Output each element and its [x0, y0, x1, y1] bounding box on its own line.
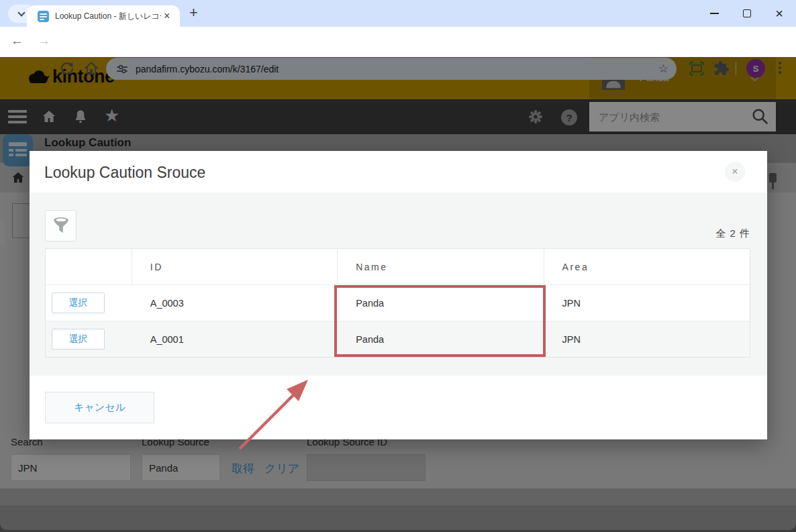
tab-title: Lookup Caution - 新しいレコード [55, 11, 161, 22]
column-header-select [46, 249, 132, 284]
dialog-footer: キャンセル [30, 376, 767, 439]
kintone-favicon-icon [38, 11, 49, 22]
cell-name: Panda [337, 285, 543, 321]
window-minimize-button[interactable] [707, 7, 722, 20]
dialog-close-button[interactable]: × [725, 162, 745, 182]
tab-close-icon[interactable]: × [164, 11, 170, 21]
window-close-button[interactable]: × [772, 7, 787, 20]
browser-toolbar: ← → pandafirm.cybozu.com/k/3167/edit ☆ [0, 27, 796, 57]
filter-button[interactable] [45, 210, 77, 242]
lookup-dialog: Lookup Caution Srouce × 全 2 件 ID Name Ar… [30, 151, 767, 439]
select-button[interactable]: 選択 [52, 329, 105, 350]
browser-tab[interactable]: Lookup Caution - 新しいレコード × [27, 5, 180, 27]
filter-funnel-icon [50, 215, 72, 237]
chevron-down-icon [17, 9, 25, 16]
forward-icon[interactable]: → [38, 34, 50, 48]
select-button[interactable]: 選択 [52, 292, 105, 313]
table-header-row: ID Name Area [46, 249, 750, 284]
column-header-id: ID [132, 249, 337, 284]
back-icon[interactable]: ← [11, 34, 23, 48]
dialog-body: 全 2 件 ID Name Area 選択 A_0003 Panda JPN 選… [30, 193, 767, 376]
table-row: 選択 A_0001 Panda JPN [46, 321, 750, 357]
cell-area: JPN [544, 285, 750, 321]
cell-name: Panda [337, 321, 543, 357]
cell-area: JPN [544, 321, 750, 357]
browser-titlebar: Lookup Caution - 新しいレコード × + × [0, 0, 796, 27]
screen: Lookup Caution - 新しいレコード × + × ← → panda [0, 0, 796, 532]
new-tab-button[interactable]: + [189, 4, 198, 21]
cell-id: A_0003 [132, 285, 337, 321]
table-row: 選択 A_0003 Panda JPN [46, 284, 750, 321]
window-maximize-button[interactable] [740, 7, 754, 20]
cancel-button[interactable]: キャンセル [45, 392, 154, 423]
dialog-title: Lookup Caution Srouce [44, 164, 205, 182]
lookup-results-table: ID Name Area 選択 A_0003 Panda JPN 選択 A_00… [45, 248, 750, 358]
cell-id: A_0001 [132, 321, 337, 357]
column-header-area: Area [544, 249, 750, 284]
record-count: 全 2 件 [715, 227, 750, 240]
column-header-name: Name [337, 249, 543, 284]
